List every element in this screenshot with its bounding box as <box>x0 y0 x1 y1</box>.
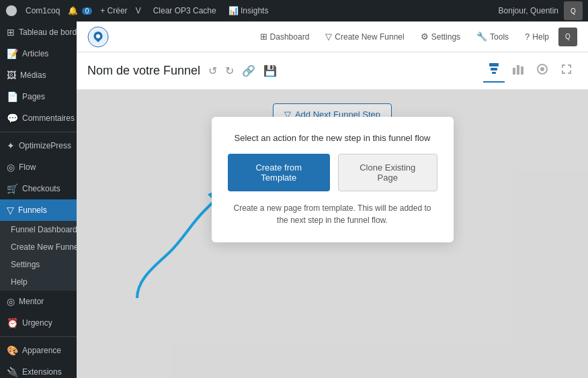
svg-rect-3 <box>489 63 499 66</box>
svg-rect-8 <box>521 66 523 75</box>
sidebar-item-mentor[interactable]: ◎ Mentor <box>0 291 77 312</box>
user-avatar[interactable]: Q <box>564 1 583 20</box>
user-greeting: Bonjour, Quentin <box>499 6 558 15</box>
settings-icon: ⚙ <box>421 32 429 42</box>
svg-point-0 <box>6 5 17 16</box>
plugin-header: ⊞ Dashboard ▽ Create New Funnel ⚙ Settin… <box>77 21 588 52</box>
view-expand-btn[interactable] <box>556 60 577 82</box>
mentor-icon: ◎ <box>7 296 15 307</box>
modal-overlay: Select an action for the new step in thi… <box>77 90 588 378</box>
articles-icon: 📝 <box>7 48 18 59</box>
sidebar-item-settings-sub[interactable]: Settings <box>0 256 77 273</box>
sidebar-label: Tableau de bord <box>19 28 77 37</box>
view-toggle <box>483 59 577 83</box>
media-icon: 🖼 <box>7 70 16 81</box>
plugin-nav: ⊞ Dashboard ▽ Create New Funnel ⚙ Settin… <box>253 28 577 46</box>
sidebar-item-pages[interactable]: 📄 Pages <box>0 86 77 107</box>
plugin-v-button[interactable]: V <box>136 6 141 15</box>
help-icon: ? <box>525 32 530 42</box>
comments-icon: 💬 <box>7 113 18 124</box>
modal-buttons: Create from Template Clone Existing Page <box>228 154 437 191</box>
funnels-icon: ▽ <box>7 205 14 216</box>
sidebar-item-articles[interactable]: 📝 Articles <box>0 43 77 64</box>
create-button[interactable]: + Créer <box>100 6 127 15</box>
nav-settings[interactable]: ⚙ Settings <box>414 28 467 46</box>
page-title: Nom de votre Funnel <box>87 64 200 78</box>
sidebar-item-urgency[interactable]: ⏰ Urgency <box>0 312 77 334</box>
site-name[interactable]: Com1coq <box>26 6 60 15</box>
funnel-view-icon <box>487 62 501 75</box>
funnels-submenu: Funnel Dashboard Create New Funnel Setti… <box>0 221 77 291</box>
view-settings-btn[interactable] <box>532 60 553 82</box>
sidebar-item-commentaires[interactable]: 💬 Commentaires <box>0 107 77 129</box>
flow-icon: ◎ <box>7 162 15 173</box>
svg-point-10 <box>540 67 544 71</box>
pages-icon: 📄 <box>7 91 18 102</box>
modal-description: Create a new page from template. This wi… <box>228 202 437 226</box>
undo-button[interactable]: ↺ <box>206 62 220 80</box>
nav-dashboard[interactable]: ⊞ Dashboard <box>253 28 317 46</box>
submenu-label: Funnel Dashboard <box>11 225 77 234</box>
insights-link[interactable]: 📊 Insights <box>228 6 269 15</box>
sidebar-label: Articles <box>22 49 48 58</box>
view-funnel-btn[interactable] <box>483 59 505 83</box>
sidebar-item-extensions[interactable]: 🔌 Extensions <box>0 361 77 378</box>
sidebar-item-apparence[interactable]: 🎨 Apparence <box>0 340 77 361</box>
sidebar-label: Checkouts <box>22 184 60 193</box>
tools-icon: 🔧 <box>476 32 487 42</box>
submenu-label: Settings <box>11 260 40 269</box>
funnel-create-icon: ▽ <box>325 32 332 42</box>
nav-help[interactable]: ? Help <box>518 28 556 46</box>
optimizepress-icon: ✦ <box>7 140 15 151</box>
settings-view-icon <box>536 62 549 76</box>
svg-rect-5 <box>492 72 496 74</box>
clone-existing-page-button[interactable]: Clone Existing Page <box>338 154 437 191</box>
modal-dialog: Select an action for the new step in thi… <box>212 117 454 242</box>
view-chart-btn[interactable] <box>507 60 529 82</box>
sidebar-label: Pages <box>22 92 45 101</box>
sidebar-label: Funnels <box>18 205 47 215</box>
sidebar-item-help-sub[interactable]: Help <box>0 273 77 291</box>
nav-tools[interactable]: 🔧 Tools <box>470 28 515 46</box>
sidebar-item-create-new-funnel[interactable]: Create New Funnel <box>0 238 77 256</box>
admin-bar: Com1coq 🔔 0 + Créer V Clear OP3 Cache 📊 … <box>0 0 588 21</box>
apparence-icon: 🎨 <box>7 345 18 356</box>
sidebar-label: Commentaires <box>22 113 75 123</box>
submenu-label: Help <box>11 277 28 287</box>
save-button[interactable]: 💾 <box>261 62 280 80</box>
nav-create-funnel[interactable]: ▽ Create New Funnel <box>319 28 411 46</box>
submenu-label: Create New Funnel <box>11 242 77 252</box>
sidebar-label: Mentor <box>19 297 44 306</box>
grid-icon: ⊞ <box>7 27 15 38</box>
chart-view-icon <box>511 62 525 76</box>
urgency-icon: ⏰ <box>7 318 18 328</box>
create-from-template-button[interactable]: Create from Template <box>228 154 330 191</box>
sidebar-label: Médias <box>20 70 46 80</box>
sidebar-label: Urgency <box>22 318 52 328</box>
sidebar-item-medias[interactable]: 🖼 Médias <box>0 64 77 86</box>
plugin-user-avatar[interactable]: Q <box>558 28 577 46</box>
sidebar: ⊞ Tableau de bord 📝 Articles 🖼 Médias 📄 … <box>0 21 77 378</box>
svg-rect-6 <box>513 68 515 75</box>
sidebar-item-optimizepress[interactable]: ✦ OptimizePress <box>0 135 77 156</box>
modal-title: Select an action for the new step in thi… <box>228 133 437 143</box>
notifications-badge[interactable]: 🔔 0 <box>68 6 92 15</box>
svg-point-2 <box>96 34 100 38</box>
page-header-actions: ↺ ↻ 🔗 💾 <box>206 62 280 80</box>
sidebar-item-funnel-dashboard[interactable]: Funnel Dashboard <box>0 221 77 238</box>
sidebar-label: OptimizePress <box>19 141 71 150</box>
sidebar-label: Extensions <box>22 367 62 377</box>
expand-icon <box>560 62 573 76</box>
sidebar-item-checkouts[interactable]: 🛒 Checkouts <box>0 178 77 199</box>
clear-cache-button[interactable]: Clear OP3 Cache <box>149 5 220 17</box>
main-content: ⊞ Dashboard ▽ Create New Funnel ⚙ Settin… <box>77 21 588 378</box>
svg-rect-4 <box>491 68 497 70</box>
sidebar-item-tableau-de-bord[interactable]: ⊞ Tableau de bord <box>0 21 77 43</box>
sidebar-item-funnels[interactable]: ▽ Funnels <box>0 199 77 221</box>
sidebar-label: Apparence <box>22 346 61 355</box>
sidebar-label: Flow <box>19 162 36 172</box>
link-button[interactable]: 🔗 <box>239 62 258 80</box>
sidebar-item-flow[interactable]: ◎ Flow <box>0 156 77 178</box>
wp-logo[interactable] <box>5 5 17 17</box>
redo-button[interactable]: ↻ <box>222 62 237 80</box>
